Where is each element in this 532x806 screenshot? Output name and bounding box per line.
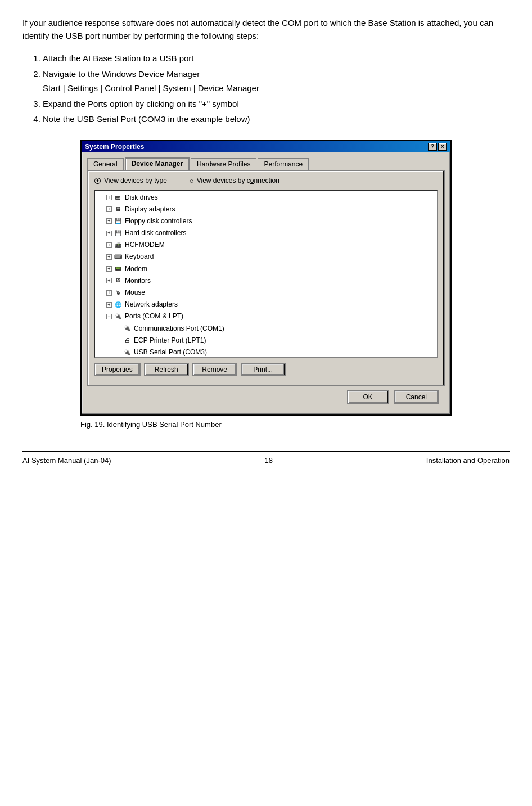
expand-icon[interactable]: + bbox=[106, 206, 112, 212]
step-4: Note the USB Serial Port (COM3 in the ex… bbox=[43, 112, 510, 127]
figure-container: System Properties ? × General Device Man… bbox=[22, 140, 510, 429]
device-label: HCFMODEM bbox=[125, 240, 165, 250]
footer-right: Installation and Operation bbox=[426, 456, 510, 465]
page-footer: AI System Manual (Jan-04) 18 Installatio… bbox=[22, 451, 510, 465]
step-2: Navigate to the Windows Device Manager —… bbox=[43, 67, 510, 96]
ok-cancel-row: OK Cancel bbox=[87, 386, 445, 410]
display-adapters-icon: 🖥 bbox=[114, 205, 123, 213]
list-item[interactable]: 🔌 USB Serial Port (COM3) bbox=[95, 346, 437, 358]
device-label: ECP Printer Port (LPT1) bbox=[134, 335, 206, 346]
device-label: Display adapters bbox=[125, 204, 175, 215]
ports-icon: 🔌 bbox=[114, 313, 123, 321]
radio-bullet-type: ⦿ bbox=[94, 177, 101, 185]
dialog-title: System Properties bbox=[85, 143, 144, 151]
modem-icon: 📠 bbox=[114, 241, 123, 249]
cancel-button[interactable]: Cancel bbox=[394, 390, 439, 404]
tab-panel-device-manager: ⦿ View devices by type ○ View devices by… bbox=[87, 170, 445, 386]
action-buttons: Properties Refresh Remove Print... bbox=[94, 363, 438, 376]
radio-view-by-connection[interactable]: ○ View devices by connection bbox=[190, 177, 279, 185]
radio-view-by-type[interactable]: ⦿ View devices by type bbox=[94, 177, 167, 185]
step-3: Expand the Ports option by clicking on i… bbox=[43, 97, 510, 111]
radio-bullet-connection: ○ bbox=[190, 177, 194, 185]
com-port-icon: 🔌 bbox=[123, 325, 132, 332]
close-button[interactable]: × bbox=[438, 143, 447, 151]
expand-icon[interactable]: + bbox=[106, 195, 112, 200]
list-item[interactable]: + 💾 Floppy disk controllers bbox=[95, 215, 437, 227]
remove-button[interactable]: Remove bbox=[192, 363, 237, 376]
dialog-content: General Device Manager Hardware Profiles… bbox=[82, 152, 450, 415]
tab-device-manager[interactable]: Device Manager bbox=[125, 157, 190, 170]
device-list[interactable]: + 🖴 Disk drives + 🖥 Display adapters + 💾… bbox=[94, 190, 438, 358]
refresh-button[interactable]: Refresh bbox=[144, 363, 189, 376]
device-label: Ports (COM & LPT) bbox=[125, 311, 183, 322]
list-item[interactable]: + 🖥 Display adapters bbox=[95, 204, 437, 215]
tab-performance[interactable]: Performance bbox=[258, 158, 309, 170]
usb-serial-icon: 🔌 bbox=[123, 349, 132, 357]
disk-drives-icon: 🖴 bbox=[114, 193, 123, 201]
device-label: Mouse bbox=[125, 287, 145, 298]
expand-icon[interactable]: + bbox=[106, 254, 112, 260]
list-item[interactable]: + 🖴 Disk drives bbox=[95, 192, 437, 204]
list-item[interactable]: + 🖥 Monitors bbox=[95, 275, 437, 287]
device-label: Communications Port (COM1) bbox=[134, 323, 224, 334]
expand-icon[interactable]: + bbox=[106, 266, 112, 272]
device-label: Network adapters bbox=[125, 299, 178, 310]
print-button[interactable]: Print... bbox=[241, 363, 286, 376]
tab-general[interactable]: General bbox=[87, 158, 124, 170]
list-item[interactable]: + ⌨ Keyboard bbox=[95, 251, 437, 263]
expand-icon[interactable]: + bbox=[106, 231, 112, 236]
figure-caption: Fig. 19. Identifying USB Serial Port Num… bbox=[80, 420, 452, 429]
list-item[interactable]: + 📟 Modem bbox=[95, 263, 437, 275]
expand-icon bbox=[115, 326, 121, 331]
expand-icon[interactable]: + bbox=[106, 290, 112, 296]
keyboard-icon: ⌨ bbox=[114, 253, 123, 261]
network-icon: 🌐 bbox=[114, 301, 123, 309]
list-item[interactable]: 🔌 Communications Port (COM1) bbox=[95, 323, 437, 335]
expand-icon[interactable]: + bbox=[106, 218, 112, 224]
page-number: 18 bbox=[264, 456, 272, 465]
radio-label-type: View devices by type bbox=[104, 177, 167, 184]
floppy-icon: 💾 bbox=[114, 217, 123, 225]
device-label: USB Serial Port (COM3) bbox=[134, 347, 207, 358]
device-label: Modem bbox=[125, 264, 147, 274]
monitor-icon: 🖥 bbox=[114, 277, 123, 285]
list-item[interactable]: + 🌐 Network adapters bbox=[95, 299, 437, 310]
intro-paragraph: If your audience response software does … bbox=[22, 17, 510, 42]
footer-left: AI System Manual (Jan-04) bbox=[22, 456, 111, 465]
modem2-icon: 📟 bbox=[114, 265, 123, 273]
expand-icon[interactable]: + bbox=[106, 278, 112, 283]
ok-button[interactable]: OK bbox=[347, 390, 389, 404]
harddisk-icon: 💾 bbox=[114, 229, 123, 237]
device-label: Floppy disk controllers bbox=[125, 216, 192, 227]
expand-icon bbox=[115, 350, 121, 355]
steps-list: Attach the AI Base Station to a USB port… bbox=[43, 51, 510, 127]
device-label: Disk drives bbox=[125, 192, 158, 203]
step-1: Attach the AI Base Station to a USB port bbox=[43, 51, 510, 66]
expand-icon[interactable]: + bbox=[106, 302, 112, 308]
list-item[interactable]: − 🔌 Ports (COM & LPT) bbox=[95, 310, 437, 322]
tab-hardware-profiles[interactable]: Hardware Profiles bbox=[191, 158, 256, 170]
expand-icon bbox=[115, 337, 121, 343]
tab-bar: General Device Manager Hardware Profiles… bbox=[87, 157, 445, 170]
expand-icon[interactable]: − bbox=[106, 314, 112, 319]
dialog-titlebar: System Properties ? × bbox=[82, 141, 450, 152]
mouse-icon: 🖱 bbox=[114, 289, 123, 297]
system-properties-dialog: System Properties ? × General Device Man… bbox=[80, 140, 452, 416]
printer-port-icon: 🖨 bbox=[123, 336, 132, 344]
list-item[interactable]: 🖨 ECP Printer Port (LPT1) bbox=[95, 335, 437, 346]
list-item[interactable]: + 🖱 Mouse bbox=[95, 287, 437, 299]
radio-label-connection: View devices by connection bbox=[197, 177, 279, 184]
expand-icon[interactable]: + bbox=[106, 242, 112, 248]
list-item[interactable]: + 📠 HCFMODEM bbox=[95, 239, 437, 251]
help-button[interactable]: ? bbox=[428, 143, 437, 151]
list-item[interactable]: + 💾 Hard disk controllers bbox=[95, 227, 437, 239]
radio-row: ⦿ View devices by type ○ View devices by… bbox=[94, 177, 438, 185]
device-label: Hard disk controllers bbox=[125, 228, 186, 238]
device-label: Monitors bbox=[125, 276, 151, 286]
properties-button[interactable]: Properties bbox=[94, 363, 141, 376]
device-label: Keyboard bbox=[125, 251, 154, 262]
titlebar-buttons: ? × bbox=[428, 143, 447, 151]
